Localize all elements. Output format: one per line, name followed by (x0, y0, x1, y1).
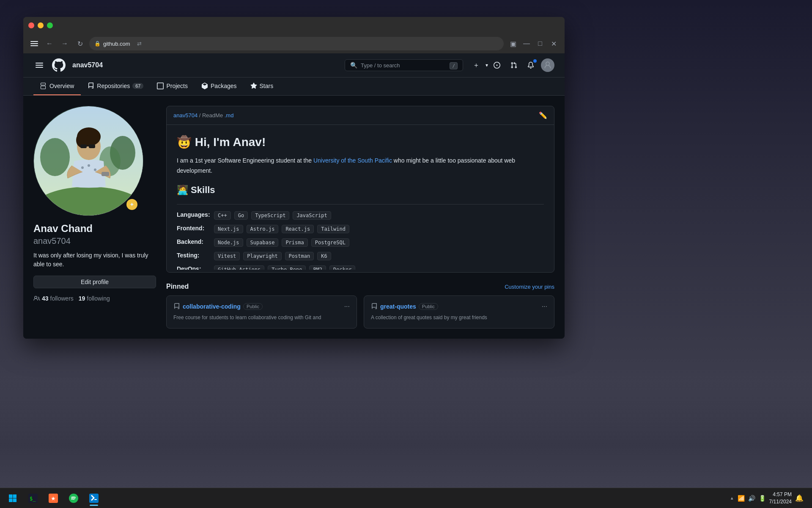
edit-profile-button[interactable]: Edit profile (33, 276, 156, 288)
window-close-icon[interactable]: ✕ (548, 38, 560, 50)
start-button[interactable] (3, 490, 22, 507)
skill-k6: K6 (317, 252, 331, 260)
github-hamburger-icon[interactable] (33, 59, 45, 71)
cursor-app-icon: ★ (49, 494, 58, 503)
search-placeholder: Type / to search (361, 62, 400, 69)
achievement-badge: ✦ (126, 198, 138, 211)
taskbar-notification-icon[interactable]: 🔔 (795, 494, 804, 502)
browser-close-button[interactable] (28, 22, 34, 28)
svg-rect-25 (94, 499, 97, 500)
taskbar-system-icons: ▲ 📶 🔊 🔋 (730, 495, 766, 502)
devops-label: DevOps: (177, 265, 211, 270)
search-bar[interactable]: 🔍 Type / to search / (345, 59, 463, 71)
repo-more-icon-2[interactable]: ··· (542, 303, 547, 310)
refresh-button[interactable]: ↻ (74, 38, 86, 50)
repo-name-2[interactable]: great-quotes (380, 303, 416, 310)
repo-visibility-2: Public (419, 303, 438, 310)
tab-packages[interactable]: Packages (195, 77, 243, 95)
forward-button[interactable]: → (59, 38, 71, 50)
pull-requests-button[interactable] (507, 58, 521, 72)
svg-point-12 (88, 164, 90, 167)
tab-overview[interactable]: Overview (33, 77, 81, 95)
breadcrumb-user-link[interactable]: anav5704 (173, 112, 198, 119)
skill-playwright: Playwright (243, 252, 281, 260)
browser-minimize-button[interactable] (38, 22, 44, 28)
tab-overview-label: Overview (49, 83, 74, 89)
taskbar-date-display: 7/11/2024 (769, 498, 792, 505)
notification-dot (533, 59, 537, 63)
tab-projects[interactable]: Projects (150, 77, 195, 95)
profile-nav: Overview Repositories 67 Projects Packag… (23, 77, 565, 96)
edit-readme-icon[interactable]: ✏️ (539, 111, 547, 119)
skill-github-actions: GitHub Actions (214, 265, 264, 270)
taskbar-wifi-icon[interactable]: 🔊 (748, 495, 755, 502)
menu-icon[interactable] (28, 38, 40, 50)
skill-javascript: JavaScript (293, 211, 331, 220)
address-url: github.com (103, 41, 130, 47)
pinned-card-1-header: collaborative-coding Public ··· (173, 303, 350, 310)
skill-docker: Docker (329, 265, 355, 270)
plus-icon: ＋ (469, 59, 483, 72)
taskbar-spotify[interactable] (64, 490, 83, 507)
profile-avatar (33, 106, 143, 216)
taskbar-up-arrow-icon[interactable]: ▲ (730, 496, 734, 500)
svg-text:$_: $_ (30, 496, 36, 502)
create-button[interactable]: ＋ ▾ (473, 58, 487, 72)
repo-name-1[interactable]: collaborative-coding (183, 303, 241, 310)
separator: · (75, 295, 77, 302)
tab-packages-label: Packages (211, 83, 236, 89)
avatar-image (34, 106, 143, 216)
address-bar[interactable]: 🔒 github.com ⇄ (89, 37, 504, 50)
tab-repositories[interactable]: Repositories 67 (81, 77, 150, 95)
lock-icon: 🔒 (94, 41, 101, 47)
user-avatar[interactable] (541, 58, 554, 72)
customize-pins-link[interactable]: Customize your pins (505, 284, 554, 290)
window-maximize-icon[interactable]: □ (534, 38, 546, 50)
skill-postman: Postman (285, 252, 314, 260)
header-actions: ＋ ▾ (473, 58, 554, 72)
tab-repos-label: Repositories (97, 83, 130, 89)
taskbar-cursor[interactable]: ★ (44, 490, 63, 507)
skill-turbo-repo: Turbo Repo (268, 265, 306, 270)
browser-toolbar: ← → ↻ 🔒 github.com ⇄ ▣ — □ ✕ (23, 34, 565, 53)
pinned-card-2-title: great-quotes Public (371, 303, 438, 310)
skill-typescript: TypeScript (251, 211, 289, 220)
repo-more-icon-1[interactable]: ··· (344, 303, 350, 310)
svg-text:★: ★ (51, 495, 56, 502)
sidebar-toggle-icon[interactable]: ▣ (507, 38, 519, 50)
taskbar-datetime[interactable]: 4:57 PM 7/11/2024 (769, 491, 792, 505)
taskbar-terminal[interactable]: $_ (24, 490, 42, 507)
profile-sidebar: ✦ Anav Chand anav5704 It was only after … (33, 106, 156, 329)
people-icon (33, 295, 40, 302)
avatar-wrapper: ✦ (33, 106, 143, 216)
taskbar-battery-icon[interactable]: 🔋 (759, 495, 766, 502)
github-logo-icon (52, 58, 66, 72)
repo-desc-1: Free course for students to learn collab… (173, 314, 350, 321)
browser-maximize-button[interactable] (47, 22, 53, 28)
backend-row: Backend: Node.js Supabase Prisma Postgre… (177, 238, 544, 247)
tab-stars[interactable]: Stars (244, 77, 280, 95)
skill-nodejs: Node.js (214, 238, 243, 247)
taskbar-network-icon[interactable]: 📶 (738, 495, 745, 502)
taskbar-vscode[interactable] (85, 490, 103, 507)
taskbar-time-display: 4:57 PM (769, 491, 792, 498)
minimize-icon[interactable]: — (521, 38, 532, 50)
back-button[interactable]: ← (44, 38, 55, 50)
svg-point-1 (40, 138, 70, 176)
browser-window: ← → ↻ 🔒 github.com ⇄ ▣ — □ ✕ (23, 17, 565, 339)
skill-nextjs: Next.js (214, 225, 243, 233)
readme-intro: I am a 1st year Software Engineering stu… (177, 156, 544, 176)
university-link[interactable]: University of the South Pacific (313, 157, 392, 164)
dropdown-chevron-icon: ▾ (483, 61, 491, 70)
readme-body: 🤠 Hi, I'm Anav! I am a 1st year Software… (167, 125, 554, 270)
repo-visibility-1: Public (243, 303, 263, 310)
issues-button[interactable] (490, 58, 504, 72)
taskbar-right: ▲ 📶 🔊 🔋 4:57 PM 7/11/2024 🔔 (725, 491, 809, 505)
skill-pm2: PM2 (309, 265, 326, 270)
svg-rect-15 (9, 494, 13, 498)
github-header: anav5704 🔍 Type / to search / ＋ ▾ (23, 53, 565, 77)
skill-tailwind: Tailwind (317, 225, 349, 233)
notifications-button[interactable] (524, 58, 538, 72)
pinned-header: Pinned Customize your pins (166, 283, 554, 290)
split-icon: ⇄ (137, 41, 142, 47)
